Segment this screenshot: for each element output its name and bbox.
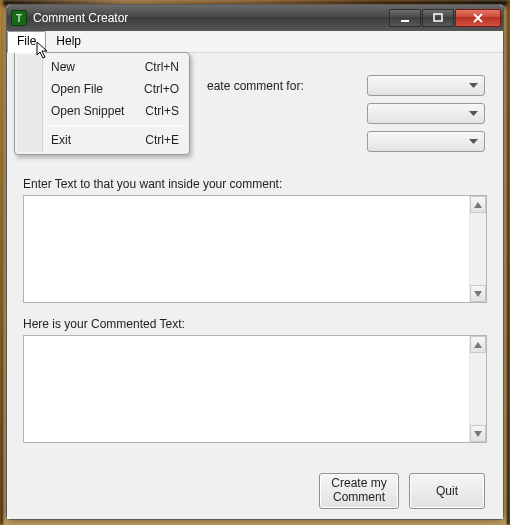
menu-item-label: Open File (51, 82, 144, 96)
combo-language[interactable] (367, 75, 485, 96)
scroll-down-icon[interactable] (470, 285, 486, 302)
menu-item-label: Open Snippet (51, 104, 145, 118)
menu-item-label: Exit (51, 133, 145, 147)
close-button[interactable] (455, 9, 501, 27)
menu-item-shortcut: Ctrl+O (144, 82, 179, 96)
app-window: T Comment Creator File Help eate comment… (6, 4, 504, 520)
menu-item-open-snippet[interactable]: Open Snippet Ctrl+S (17, 100, 187, 122)
menubar: File Help (7, 31, 503, 53)
combo-option-3[interactable] (367, 131, 485, 152)
scrollbar[interactable] (469, 196, 486, 302)
maximize-button[interactable] (422, 9, 454, 27)
scrollbar[interactable] (469, 336, 486, 442)
input-textarea-content[interactable] (24, 196, 469, 302)
file-menu-dropdown: New Ctrl+N Open File Ctrl+O Open Snippet… (14, 52, 190, 155)
svg-rect-1 (434, 14, 442, 21)
chevron-down-icon (469, 83, 478, 89)
input-label: Enter Text to that you want inside your … (23, 177, 487, 191)
menu-file[interactable]: File (7, 31, 46, 53)
scroll-up-icon[interactable] (470, 336, 486, 353)
scroll-up-icon[interactable] (470, 196, 486, 213)
menu-item-new[interactable]: New Ctrl+N (17, 56, 187, 78)
language-prompt-label: eate comment for: (207, 79, 304, 93)
chevron-down-icon (469, 139, 478, 145)
menu-separator (47, 125, 185, 126)
titlebar[interactable]: T Comment Creator (7, 5, 503, 31)
scroll-down-icon[interactable] (470, 425, 486, 442)
menu-item-shortcut: Ctrl+N (145, 60, 179, 74)
menu-item-shortcut: Ctrl+E (145, 133, 179, 147)
menu-item-open-file[interactable]: Open File Ctrl+O (17, 78, 187, 100)
menu-item-shortcut: Ctrl+S (145, 104, 179, 118)
output-textarea[interactable] (23, 335, 487, 443)
window-title: Comment Creator (33, 11, 389, 25)
quit-button[interactable]: Quit (409, 473, 485, 509)
minimize-button[interactable] (389, 9, 421, 27)
app-icon: T (11, 10, 27, 26)
svg-rect-0 (401, 20, 409, 22)
menu-item-exit[interactable]: Exit Ctrl+E (17, 129, 187, 151)
create-comment-button[interactable]: Create my Comment (319, 473, 399, 509)
output-textarea-content[interactable] (24, 336, 469, 442)
menu-item-label: New (51, 60, 145, 74)
menu-help[interactable]: Help (46, 31, 91, 53)
combo-option-2[interactable] (367, 103, 485, 124)
output-label: Here is your Commented Text: (23, 317, 487, 331)
input-textarea[interactable] (23, 195, 487, 303)
chevron-down-icon (469, 111, 478, 117)
